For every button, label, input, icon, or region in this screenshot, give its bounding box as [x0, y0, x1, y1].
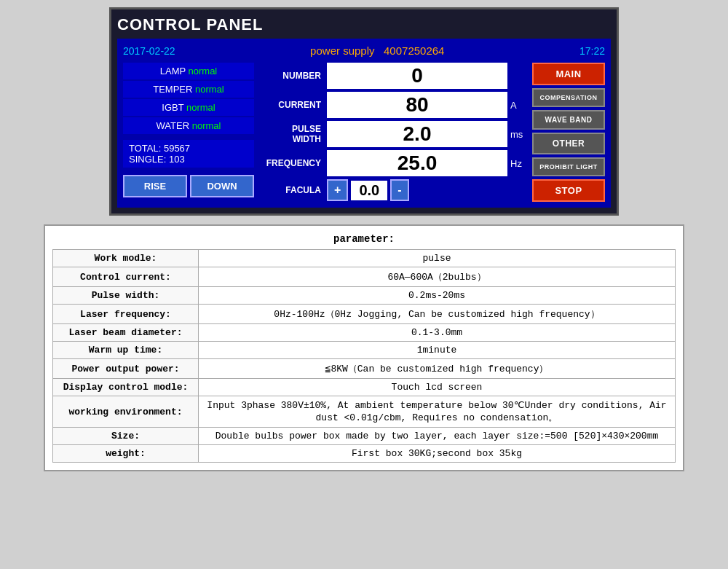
param-key: weight:: [53, 445, 199, 463]
param-row: weight:First box 30KG;second box 35kg: [53, 445, 676, 463]
ctrl-facula-label: FACULA: [258, 185, 324, 195]
cp-title: CONTROL PANEL: [117, 15, 611, 34]
param-value: Double bulbs power box made by two layer…: [199, 428, 676, 445]
cp-right: MAIN COMPENSATION WAVE BAND OTHER PROHIB…: [532, 63, 605, 202]
param-value: 0.1-3.0mm: [199, 324, 676, 342]
main-button[interactable]: MAIN: [532, 63, 605, 85]
single-value: 103: [169, 154, 185, 165]
param-title: parameter:: [52, 233, 676, 245]
param-value: Input 3phase 380V±10%, At ambient temper…: [199, 396, 676, 428]
rise-down-row: RISE DOWN: [123, 175, 254, 197]
param-key: Laser beam diameter:: [53, 324, 199, 342]
wave-band-button[interactable]: WAVE BAND: [532, 110, 605, 130]
status-lamp: LAMP normal: [123, 63, 254, 79]
ctrl-number-label: NUMBER: [258, 71, 324, 81]
param-value: ≦8KW（Can be customized high frequency）: [199, 359, 676, 379]
param-value: 0.2ms-20ms: [199, 287, 676, 305]
compensation-button[interactable]: COMPENSATION: [532, 88, 605, 107]
ctrl-freq-label: FREQUENCY: [258, 158, 324, 168]
total-value: 59567: [164, 143, 190, 154]
param-row: Pulse width:0.2ms-20ms: [53, 287, 676, 305]
param-value: Touch lcd screen: [199, 379, 676, 396]
status-igbt: IGBT normal: [123, 99, 254, 116]
cp-body: LAMP normal TEMPER normal IGBT normal WA…: [123, 63, 605, 202]
param-key: Warm up time:: [53, 342, 199, 359]
ctrl-number-value[interactable]: 0: [327, 63, 507, 89]
power-supply-number: 4007250264: [384, 44, 444, 57]
param-row: Laser beam diameter:0.1-3.0mm: [53, 324, 676, 342]
power-supply-label: power supply: [310, 44, 374, 57]
facula-plus-button[interactable]: +: [327, 179, 348, 201]
stop-button[interactable]: STOP: [532, 179, 605, 202]
other-button[interactable]: OTHER: [532, 133, 605, 154]
param-key: Display control modle:: [53, 379, 199, 396]
ctrl-pulse-label: PULSEWIDTH: [258, 124, 324, 145]
ctrl-pulse-value[interactable]: 2.0: [327, 121, 507, 147]
cp-date: 2017-02-22: [123, 45, 175, 57]
param-row: Work modle:pulse: [53, 250, 676, 267]
param-key: Control current:: [53, 267, 199, 287]
param-value: 60A—600A（2bulbs）: [199, 267, 676, 287]
facula-value: 0.0: [351, 181, 387, 200]
ctrl-pulse-unit: ms: [510, 129, 528, 140]
param-row: Warm up time:1minute: [53, 342, 676, 359]
param-wrapper: parameter: Work modle:pulseControl curre…: [44, 224, 684, 471]
ctrl-freq-unit: Hz: [510, 158, 528, 169]
param-key: Work modle:: [53, 250, 199, 267]
param-value: pulse: [199, 250, 676, 267]
down-button[interactable]: DOWN: [190, 175, 254, 197]
param-table: Work modle:pulseControl current:60A—600A…: [52, 249, 676, 463]
ctrl-freq-value[interactable]: 25.0: [327, 150, 507, 176]
cp-power-supply: power supply 4007250264: [310, 44, 444, 57]
param-key: Power output power:: [53, 359, 199, 379]
param-key: working environment:: [53, 396, 199, 428]
param-key: Size:: [53, 428, 199, 445]
ctrl-current-label: CURRENT: [258, 100, 324, 110]
param-row: Control current:60A—600A（2bulbs）: [53, 267, 676, 287]
ctrl-freq-row: FREQUENCY 25.0 Hz: [258, 150, 528, 176]
ctrl-current-unit: A: [510, 100, 528, 111]
cp-left: LAMP normal TEMPER normal IGBT normal WA…: [123, 63, 254, 202]
prohibit-light-button[interactable]: PROHIBIT LIGHT: [532, 157, 605, 176]
cp-middle: NUMBER 0 CURRENT 80 A PULSEWIDTH 2.0 ms: [258, 63, 528, 202]
param-value: First box 30KG;second box 35kg: [199, 445, 676, 463]
single-row: SINGLE: 103: [129, 154, 248, 165]
rise-button[interactable]: RISE: [123, 175, 187, 197]
ctrl-number-row: NUMBER 0: [258, 63, 528, 89]
param-row: Power output power:≦8KW（Can be customize…: [53, 359, 676, 379]
control-panel-wrapper: CONTROL PANEL 2017-02-22 power supply 40…: [109, 7, 619, 216]
cp-screen: 2017-02-22 power supply 4007250264 17:22…: [117, 39, 611, 208]
cp-time: 17:22: [579, 45, 605, 57]
cp-totals: TOTAL: 59567 SINGLE: 103: [123, 140, 254, 168]
param-key: Pulse width:: [53, 287, 199, 305]
ctrl-current-row: CURRENT 80 A: [258, 92, 528, 118]
ctrl-pulse-row: PULSEWIDTH 2.0 ms: [258, 121, 528, 147]
facula-minus-button[interactable]: -: [390, 179, 408, 201]
total-row: TOTAL: 59567: [129, 143, 248, 154]
param-row: working environment:Input 3phase 380V±10…: [53, 396, 676, 428]
param-row: Laser frequency:0Hz-100Hz（0Hz Jogging, C…: [53, 305, 676, 324]
ctrl-facula-row: FACULA + 0.0 -: [258, 179, 528, 201]
param-key: Laser frequency:: [53, 305, 199, 324]
status-temper: TEMPER normal: [123, 81, 254, 98]
param-row: Size:Double bulbs power box made by two …: [53, 428, 676, 445]
param-value: 0Hz-100Hz（0Hz Jogging, Can be customized…: [199, 305, 676, 324]
param-value: 1minute: [199, 342, 676, 359]
status-water: WATER normal: [123, 117, 254, 134]
cp-header: 2017-02-22 power supply 4007250264 17:22: [123, 44, 605, 57]
ctrl-current-value[interactable]: 80: [327, 92, 507, 118]
param-row: Display control modle:Touch lcd screen: [53, 379, 676, 396]
